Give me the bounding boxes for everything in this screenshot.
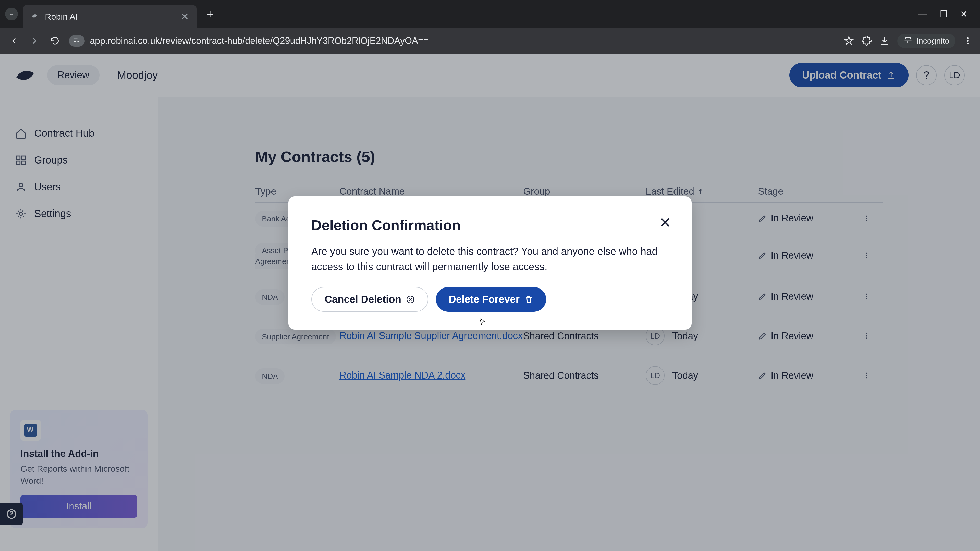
window-controls: — ❐ ✕ xyxy=(918,9,975,19)
svg-point-2 xyxy=(967,43,969,44)
delete-confirmation-modal: ✕ Deletion Confirmation Are you sure you… xyxy=(288,197,692,330)
tab-search-button[interactable] xyxy=(5,8,18,21)
incognito-label: Incognito xyxy=(916,36,950,46)
modal-close-button[interactable]: ✕ xyxy=(659,214,671,231)
site-info-button[interactable] xyxy=(69,35,85,47)
browser-tab[interactable]: Robin AI ✕ xyxy=(23,5,197,28)
trash-icon xyxy=(524,295,533,304)
svg-point-0 xyxy=(967,38,969,39)
tab-close-button[interactable]: ✕ xyxy=(181,11,189,22)
circle-x-icon xyxy=(406,295,415,304)
svg-point-1 xyxy=(967,40,969,41)
maximize-button[interactable]: ❐ xyxy=(940,9,947,19)
cancel-deletion-button[interactable]: Cancel Deletion xyxy=(311,287,428,312)
app-root: Review Moodjoy Upload Contract ? LD Cont… xyxy=(0,54,980,551)
modal-body-text: Are you sure you want to delete this con… xyxy=(311,244,669,274)
browser-toolbar: app.robinai.co.uk/review/contract-hub/de… xyxy=(0,28,980,54)
browser-menu-button[interactable] xyxy=(963,36,972,45)
forward-button[interactable] xyxy=(28,35,41,47)
modal-title: Deletion Confirmation xyxy=(311,217,669,233)
url-text: app.robinai.co.uk/review/contract-hub/de… xyxy=(90,35,429,46)
arrow-right-icon xyxy=(29,36,40,46)
minimize-button[interactable]: — xyxy=(918,9,927,19)
cursor-icon xyxy=(477,318,487,328)
address-bar[interactable]: app.robinai.co.uk/review/contract-hub/de… xyxy=(69,35,836,47)
extensions-button[interactable] xyxy=(862,36,872,46)
cancel-label: Cancel Deletion xyxy=(325,294,401,305)
delete-label: Delete Forever xyxy=(449,294,520,305)
dots-vertical-icon xyxy=(963,36,972,45)
new-tab-button[interactable]: + xyxy=(207,8,213,21)
download-icon xyxy=(880,36,890,46)
star-icon xyxy=(844,36,854,46)
reload-icon xyxy=(50,36,60,46)
incognito-badge[interactable]: Incognito xyxy=(897,34,956,48)
delete-forever-button[interactable]: Delete Forever xyxy=(436,287,546,312)
bookmark-button[interactable] xyxy=(844,36,854,46)
modal-overlay[interactable]: ✕ Deletion Confirmation Are you sure you… xyxy=(0,54,980,551)
tune-icon xyxy=(73,36,81,44)
tab-title: Robin AI xyxy=(45,12,176,22)
arrow-left-icon xyxy=(9,36,19,46)
incognito-icon xyxy=(904,36,913,45)
chevron-down-icon xyxy=(8,11,15,17)
browser-chrome: Robin AI ✕ + — ❐ ✕ app.robinai.co.uk/rev… xyxy=(0,0,980,54)
close-window-button[interactable]: ✕ xyxy=(960,9,967,19)
robin-favicon-icon xyxy=(30,12,40,21)
tab-strip: Robin AI ✕ + — ❐ ✕ xyxy=(0,0,980,28)
back-button[interactable] xyxy=(8,35,21,47)
puzzle-icon xyxy=(862,36,872,46)
modal-actions: Cancel Deletion Delete Forever xyxy=(311,287,669,312)
reload-button[interactable] xyxy=(48,35,61,47)
downloads-button[interactable] xyxy=(880,36,890,46)
